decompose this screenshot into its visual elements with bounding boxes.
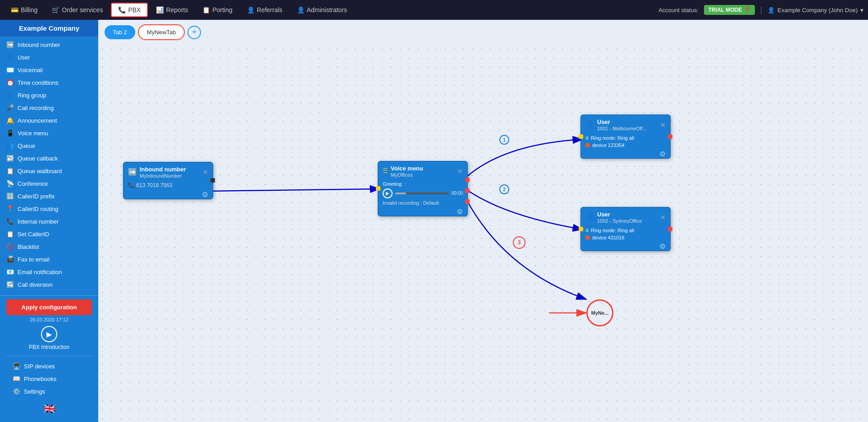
- user2-gear-icon[interactable]: ⚙: [659, 242, 666, 251]
- sidebar-item-callerid-routing[interactable]: 📍 CallerID routing: [0, 202, 98, 215]
- inbound-number-icon: ➡️: [6, 41, 14, 48]
- sidebar-item-call-recording[interactable]: 🎤 Call recording: [0, 101, 98, 114]
- nav-billing[interactable]: 💳 Billing: [5, 4, 44, 16]
- sidebar-item-conference[interactable]: 📡 Conference: [0, 177, 98, 190]
- user2-title-group: 👤 User 1002 - SydneyOffice: [585, 211, 642, 224]
- sidebar-item-settings[interactable]: ⚙️ Settings: [6, 385, 92, 398]
- ring-mode-icon: ≡: [585, 135, 589, 141]
- nav-order-services[interactable]: 🛒 Order services: [46, 4, 109, 16]
- progress-fill: [395, 193, 406, 194]
- nav-right-section: Account status: TRIAL MODE ❓ | 👤 Example…: [658, 5, 863, 15]
- user1-card-title: User: [597, 119, 647, 126]
- sidebar-company: Example Company: [0, 20, 98, 37]
- inbound-number-phone: 📞 613 7018 7563: [128, 182, 208, 188]
- callerid-prefix-icon: 🔢: [6, 193, 14, 200]
- top-navigation: 💳 Billing 🛒 Order services 📞 PBX 📊 Repor…: [0, 0, 868, 20]
- tabs-bar: Tab 2 MyNewTab +: [98, 20, 868, 45]
- tab-tab2[interactable]: Tab 2: [105, 25, 135, 39]
- user2-ring-mode-icon: ≡: [585, 227, 589, 234]
- sidebar-item-voice-menu[interactable]: 📱 Voice menu: [0, 127, 98, 139]
- progress-bar[interactable]: [395, 193, 449, 194]
- voice-menu-close-btn[interactable]: ✕: [457, 168, 463, 175]
- nav-reports[interactable]: 📊 Reports: [150, 4, 194, 16]
- pbx-play-button[interactable]: ▶: [41, 326, 57, 342]
- user2-card[interactable]: 👤 User 1002 - SydneyOffice ✕ ≡ Ring mode…: [580, 207, 671, 251]
- sidebar-item-set-callerid[interactable]: 📋 Set CallerID: [0, 228, 98, 240]
- sidebar-item-queue-callback[interactable]: ↩️ Queue callback: [0, 152, 98, 165]
- voice-menu-card[interactable]: ⠿ Voice menu MyOffices ✕ Greeting : ▶: [378, 161, 468, 216]
- inbound-number-close-btn[interactable]: ✕: [203, 169, 208, 176]
- voice-menu-card-subtitle: MyOffices: [391, 172, 423, 178]
- sidebar-item-inbound-number[interactable]: ➡️ Inbound number: [0, 38, 98, 51]
- sidebar-item-internal-number[interactable]: 📞 Internal number: [0, 215, 98, 228]
- voice-menu-card-body: Greeting : ▶ 00:00 Invalid recording : D…: [378, 179, 467, 209]
- reports-icon: 📊: [156, 6, 164, 14]
- queue-callback-icon: ↩️: [6, 155, 14, 162]
- trial-badge[interactable]: TRIAL MODE ❓: [704, 5, 755, 15]
- user2-card-subtitle: 1002 - SydneyOffice: [597, 218, 642, 224]
- sidebar-item-queue-wallboard[interactable]: 📋 Queue wallboard: [0, 165, 98, 177]
- sidebar-item-announcement[interactable]: 🔔 Announcement: [0, 114, 98, 127]
- nav-pbx[interactable]: 📞 PBX: [111, 3, 148, 17]
- pbx-intro-section: ▶ PBX Introduction: [6, 322, 92, 354]
- user1-gear-icon[interactable]: ⚙: [659, 150, 666, 158]
- inbound-number-card[interactable]: ➡️ Inbound number MyInboundNumber ✕ 📞 61…: [123, 162, 213, 199]
- nav-porting[interactable]: 📋 Porting: [196, 4, 238, 16]
- time-label: 00:00: [452, 191, 463, 196]
- sidebar-item-fax-to-email[interactable]: 📠 Fax to email: [0, 253, 98, 266]
- voice-menu-left-connector: [376, 186, 380, 191]
- voice-menu-play-btn[interactable]: ▶: [383, 188, 393, 198]
- voicemail-icon: ✉️: [6, 66, 14, 73]
- sidebar-items-list: ➡️ Inbound number 👤 User ✉️ Voicemail ⏰ …: [0, 37, 98, 295]
- order-icon: 🛒: [52, 6, 59, 14]
- sip-devices-icon: 🖥️: [13, 362, 20, 370]
- nav-administrators[interactable]: 👤 Administrators: [291, 4, 353, 16]
- sidebar-item-voicemail[interactable]: ✉️ Voicemail: [0, 64, 98, 76]
- voice-menu-icon: 📱: [6, 129, 14, 137]
- user1-card-icon: 👤: [585, 120, 594, 129]
- voice-menu-gear-icon[interactable]: ⚙: [457, 207, 463, 216]
- voice-menu-output-2: [465, 188, 470, 193]
- sidebar-item-blacklist[interactable]: 🚫 Blacklist: [0, 240, 98, 253]
- tab-mynewtab[interactable]: MyNewTab: [138, 24, 185, 40]
- sidebar-item-call-diversion[interactable]: ↪️ Call diversion: [0, 278, 98, 291]
- sidebar-item-queue[interactable]: 👥 Queue: [0, 139, 98, 152]
- user1-close-btn[interactable]: ✕: [660, 121, 666, 128]
- user1-card[interactable]: 👤 User 1001 - MelbourneOff... ✕ ≡ Ring m…: [580, 115, 671, 159]
- nav-referrals[interactable]: 👤 Referrals: [241, 4, 289, 16]
- inbound-number-gear-icon[interactable]: ⚙: [202, 190, 208, 199]
- sidebar-item-sip-devices[interactable]: 🖥️ SIP devices: [6, 360, 92, 372]
- sidebar-item-time-conditions[interactable]: ⏰ Time conditions: [0, 76, 98, 89]
- canvas-area[interactable]: 1 2 3 ➡️ Inbound number MyInboundNumber …: [98, 45, 868, 422]
- ring-group-icon: 👤: [6, 92, 14, 99]
- add-tab-button[interactable]: +: [187, 26, 201, 39]
- user1-device: device 123354: [585, 142, 666, 148]
- settings-icon: ⚙️: [13, 388, 20, 395]
- user1-right-connector: [668, 134, 672, 139]
- country-flag: 🇬🇧: [6, 399, 92, 418]
- apply-configuration-button[interactable]: Apply configuration: [6, 299, 92, 315]
- user2-close-btn[interactable]: ✕: [660, 214, 666, 221]
- sidebar-item-callerid-prefix[interactable]: 🔢 CallerID prefix: [0, 190, 98, 202]
- mynewtab-circle-node[interactable]: MyNe...: [586, 299, 613, 326]
- voice-menu-card-title: Voice menu: [391, 165, 423, 172]
- inbound-number-card-body: 📞 613 7018 7563 ⚙: [123, 180, 213, 192]
- user1-card-header: 👤 User 1001 - MelbourneOff... ✕: [581, 115, 670, 133]
- user1-card-subtitle: 1001 - MelbourneOff...: [597, 126, 647, 131]
- user-icon: 👤: [6, 54, 14, 61]
- voice-menu-title-group: ⠿ Voice menu MyOffices: [383, 165, 423, 178]
- pbx-icon: 📞: [118, 6, 126, 14]
- sidebar-item-ring-group[interactable]: 👤 Ring group: [0, 89, 98, 101]
- user2-device: device 431016: [585, 235, 666, 240]
- user1-title-group: 👤 User 1001 - MelbourneOff...: [585, 119, 647, 131]
- user2-ring-mode: ≡ Ring mode: Ring all: [585, 227, 666, 234]
- sidebar-item-user[interactable]: 👤 User: [0, 51, 98, 64]
- account-info[interactable]: 👤 Example Company (John Doe) ▾: [767, 7, 863, 14]
- voice-menu-output-3: [465, 199, 470, 204]
- sidebar-item-phonebooks[interactable]: 📖 Phonebooks: [6, 372, 92, 385]
- sidebar-divider: [6, 356, 92, 356]
- time-icon: ⏰: [6, 79, 14, 86]
- sidebar-item-email-notification[interactable]: 📧 Email notification: [0, 266, 98, 278]
- account-avatar-icon: 👤: [767, 7, 775, 14]
- greeting-label: Greeting: [383, 181, 402, 187]
